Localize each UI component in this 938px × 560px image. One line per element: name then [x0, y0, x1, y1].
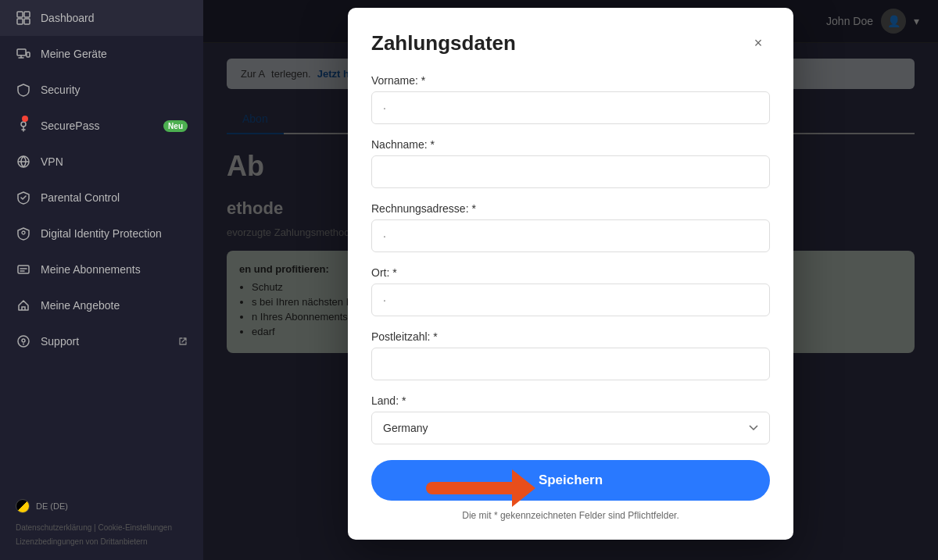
- sidebar-item-support[interactable]: Support: [0, 323, 203, 359]
- svg-rect-2: [17, 19, 23, 24]
- form-group-vorname: Vorname: *: [371, 74, 770, 124]
- svg-rect-0: [17, 12, 23, 17]
- badge-new: Neu: [163, 120, 188, 132]
- label-vorname: Vorname: *: [371, 74, 770, 87]
- input-rechnungsadresse[interactable]: [371, 219, 770, 252]
- vpn-icon: [16, 154, 31, 169]
- privacy-link[interactable]: Datenschutzerklärung: [16, 523, 91, 532]
- identity-icon: [16, 226, 31, 241]
- sidebar-label-security: Security: [41, 84, 81, 96]
- input-vorname[interactable]: [371, 91, 770, 124]
- notification-dot: [22, 116, 28, 122]
- shield-icon: [16, 82, 31, 98]
- payment-modal: Zahlungsdaten × Vorname: * Nachname: * R…: [348, 8, 793, 540]
- language-selector[interactable]: DE (DE): [16, 499, 188, 513]
- svg-point-6: [21, 122, 26, 127]
- offers-icon: [16, 298, 31, 313]
- language-label: DE (DE): [36, 501, 68, 511]
- svg-rect-3: [24, 19, 30, 24]
- svg-rect-4: [17, 49, 26, 55]
- arrow-head: [512, 469, 535, 507]
- label-postleitzahl: Postleitzahl: *: [371, 330, 770, 343]
- svg-rect-9: [18, 266, 29, 273]
- modal-header: Zahlungsdaten ×: [371, 31, 770, 55]
- sidebar-label-securepass: SecurePass: [41, 119, 99, 132]
- sidebar-label-parental: Parental Control: [41, 191, 120, 204]
- external-link-icon: [178, 337, 188, 346]
- svg-point-8: [22, 231, 25, 234]
- input-ort[interactable]: [371, 284, 770, 316]
- form-group-nachname: Nachname: *: [371, 138, 770, 188]
- select-land[interactable]: Germany Austria Switzerland France Italy…: [371, 412, 770, 444]
- label-ort: Ort: *: [371, 266, 770, 279]
- sidebar-label-vpn: VPN: [41, 155, 63, 168]
- flag-icon: [16, 499, 30, 513]
- sidebar-bottom: DE (DE) Datenschutzerklärung | Cookie-Ei…: [0, 488, 203, 560]
- svg-point-10: [18, 336, 29, 347]
- sidebar-label-offers: Meine Angebote: [41, 299, 120, 312]
- devices-icon: [16, 46, 31, 62]
- label-rechnungsadresse: Rechnungsadresse: *: [371, 202, 770, 215]
- form-group-ort: Ort: *: [371, 266, 770, 316]
- label-land: Land: *: [371, 394, 770, 407]
- label-nachname: Nachname: *: [371, 138, 770, 151]
- form-group-rechnungsadresse: Rechnungsadresse: *: [371, 202, 770, 252]
- cookies-link[interactable]: Cookie-Einstellungen: [98, 523, 172, 532]
- modal-overlay: Zahlungsdaten × Vorname: * Nachname: * R…: [203, 0, 938, 560]
- sidebar-item-devices[interactable]: Meine Geräte: [0, 36, 203, 72]
- sidebar-item-parental[interactable]: Parental Control: [0, 180, 203, 216]
- arrow-shaft: [426, 482, 512, 494]
- dashboard-icon: [16, 10, 31, 26]
- sidebar-item-subscriptions[interactable]: Meine Abonnements: [0, 251, 203, 287]
- arrow-container: [426, 469, 535, 507]
- parental-icon: [16, 190, 31, 205]
- modal-title: Zahlungsdaten: [371, 31, 516, 55]
- sidebar-item-offers[interactable]: Meine Angebote: [0, 287, 203, 323]
- form-group-land: Land: * Germany Austria Switzerland Fran…: [371, 394, 770, 444]
- modal-close-button[interactable]: ×: [746, 32, 770, 55]
- sidebar-label-dashboard: Dashboard: [41, 12, 95, 24]
- sidebar-label-devices: Meine Geräte: [41, 48, 107, 60]
- input-nachname[interactable]: [371, 155, 770, 188]
- subscriptions-icon: [16, 262, 31, 277]
- sidebar-label-support: Support: [41, 335, 79, 348]
- sidebar-item-vpn[interactable]: VPN: [0, 144, 203, 180]
- svg-rect-1: [24, 12, 30, 17]
- form-group-postleitzahl: Postleitzahl: *: [371, 330, 770, 380]
- svg-rect-5: [27, 52, 30, 57]
- support-icon: [16, 334, 31, 349]
- terms-link[interactable]: Lizenzbedingungen von Drittanbietern: [16, 537, 147, 546]
- sidebar-label-identity: Digital Identity Protection: [41, 227, 162, 240]
- required-note: Die mit * gekennzeichneten Felder sind P…: [462, 510, 678, 521]
- sidebar-label-subscriptions: Meine Abonnements: [41, 263, 141, 276]
- footer-links: Datenschutzerklärung | Cookie-Einstellun…: [16, 521, 188, 549]
- input-postleitzahl[interactable]: [371, 348, 770, 380]
- main-content: John Doe 👤 ▾ Zur A terlegen. Jetzt hinzu…: [203, 0, 938, 560]
- sidebar-item-dashboard[interactable]: Dashboard: [0, 0, 203, 36]
- sidebar-item-securepass[interactable]: SecurePass Neu: [0, 108, 203, 144]
- sidebar-item-identity[interactable]: Digital Identity Protection: [0, 216, 203, 251]
- sidebar: Dashboard Meine Geräte Security SecurePa…: [0, 0, 203, 560]
- sidebar-item-security[interactable]: Security: [0, 72, 203, 108]
